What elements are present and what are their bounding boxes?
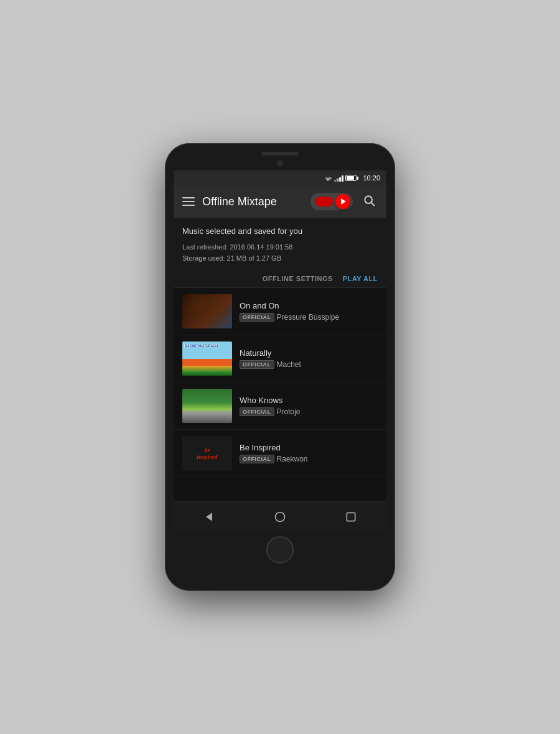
track-list: On and On OFFICIAL Pressure Busspipe Nat… — [174, 288, 386, 501]
search-button[interactable] — [360, 192, 378, 211]
recent-apps-icon — [345, 511, 357, 523]
app-bar: Offline Mixtape — [174, 185, 386, 218]
phone-device: 10:20 Offline Mixtape — [165, 143, 395, 591]
track-name-4: Be Inspired — [240, 443, 378, 452]
track-meta-3: OFFICIAL Protoje — [240, 407, 378, 416]
track-meta-1: OFFICIAL Pressure Busspipe — [240, 313, 378, 322]
home-icon — [274, 511, 286, 523]
play-triangle — [341, 198, 346, 205]
track-thumbnail-4: beinspired — [182, 436, 232, 470]
wifi-icon — [324, 175, 332, 182]
actions-row: OFFLINE SETTINGS PLAY ALL — [174, 270, 386, 288]
track-item[interactable]: beinspired Be Inspired OFFICIAL Raekwon — [174, 430, 386, 477]
search-icon — [363, 194, 375, 207]
track-meta-2: OFFICIAL Machet — [240, 360, 378, 369]
track-name-2: Naturally — [240, 348, 378, 358]
track-item[interactable]: On and On OFFICIAL Pressure Busspipe — [174, 288, 386, 335]
back-icon — [203, 511, 215, 523]
track-artist-4: Raekwon — [277, 455, 308, 463]
official-badge-4: OFFICIAL — [240, 455, 274, 463]
recent-apps-button[interactable] — [332, 506, 370, 528]
hamburger-line-2 — [182, 201, 195, 202]
signal-icon — [334, 174, 343, 182]
track-info-2: Naturally OFFICIAL Machet — [240, 348, 378, 369]
official-badge-3: OFFICIAL — [240, 407, 274, 416]
content-area: Music selected and saved for you Last re… — [174, 218, 386, 501]
phone-screen: 10:20 Offline Mixtape — [174, 170, 386, 531]
track-name-1: On and On — [240, 301, 378, 310]
svg-marker-2 — [206, 513, 212, 521]
svg-point-3 — [276, 512, 285, 521]
toggle-track — [315, 197, 333, 207]
youtube-play-icon — [335, 194, 350, 209]
official-badge-1: OFFICIAL — [240, 313, 274, 322]
status-bar: 10:20 — [174, 170, 386, 185]
track-thumbnail-2 — [182, 341, 232, 376]
track-artist-3: Protoje — [277, 407, 301, 416]
track-item[interactable]: Naturally OFFICIAL Machet — [174, 335, 386, 383]
phone-bottom — [174, 536, 386, 564]
battery-icon — [345, 175, 358, 181]
phone-camera — [277, 160, 283, 167]
track-name-3: Who Knows — [240, 396, 378, 405]
svg-rect-4 — [347, 513, 355, 521]
track-meta-4: OFFICIAL Raekwon — [240, 455, 378, 463]
track-info-4: Be Inspired OFFICIAL Raekwon — [240, 443, 378, 463]
status-icons: 10:20 — [324, 174, 380, 182]
play-all-button[interactable]: PLAY ALL — [343, 275, 378, 282]
svg-line-1 — [371, 203, 375, 206]
app-title: Offline Mixtape — [202, 195, 303, 208]
status-time: 10:20 — [363, 174, 380, 182]
back-button[interactable] — [190, 506, 228, 528]
last-refreshed: Last refreshed: 2016.06.14 19:01:58 — [182, 242, 378, 253]
be-inspired-text: beinspired — [197, 447, 217, 460]
track-artist-1: Pressure Busspipe — [277, 313, 340, 322]
phone-speaker — [261, 152, 299, 156]
hamburger-menu-icon[interactable] — [182, 197, 195, 206]
bottom-navigation — [174, 501, 386, 531]
hamburger-line-3 — [182, 205, 195, 206]
track-item[interactable]: Who Knows OFFICIAL Protoje — [174, 383, 386, 430]
track-thumbnail-1 — [182, 294, 232, 328]
info-section: Music selected and saved for you Last re… — [174, 218, 386, 270]
track-thumbnail-3 — [182, 389, 232, 423]
info-subtitle: Music selected and saved for you — [182, 226, 378, 236]
storage-used: Storage used: 21 MB of 1.27 GB — [182, 253, 378, 264]
offline-settings-button[interactable]: OFFLINE SETTINGS — [263, 275, 333, 282]
track-info-3: Who Knows OFFICIAL Protoje — [240, 396, 378, 416]
info-meta: Last refreshed: 2016.06.14 19:01:58 Stor… — [182, 242, 378, 264]
physical-home-button[interactable] — [266, 536, 294, 564]
youtube-toggle[interactable] — [310, 193, 353, 210]
track-info-1: On and On OFFICIAL Pressure Busspipe — [240, 301, 378, 322]
official-badge-2: OFFICIAL — [240, 360, 274, 369]
track-artist-2: Machet — [277, 360, 301, 369]
hamburger-line-1 — [182, 197, 195, 198]
home-button[interactable] — [261, 506, 299, 528]
